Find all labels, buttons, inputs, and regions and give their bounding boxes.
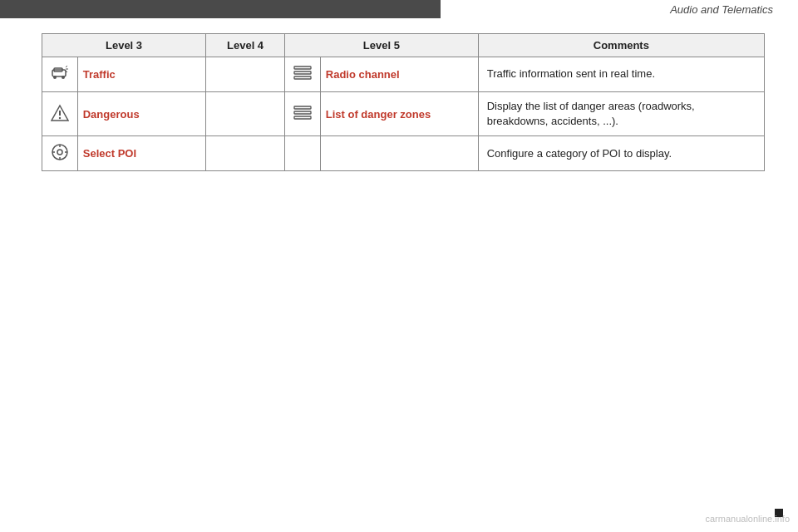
row1-label-level5: Radio channel: [320, 57, 478, 92]
row1-label-level3: Traffic: [77, 57, 205, 92]
row3-level4: [206, 136, 285, 171]
row2-level4: [206, 92, 285, 136]
row2-label-level5: List of danger zones: [320, 92, 478, 136]
row1-icon-level5: [285, 57, 321, 92]
svg-rect-14: [294, 111, 311, 114]
row1-icon-level3: [42, 57, 78, 92]
row3-icon-level3: [42, 136, 78, 171]
row3-comments: Configure a category of POI to display.: [478, 136, 764, 171]
table-row: Traffic Radio channel Traffic informatio…: [42, 57, 765, 92]
row2-icon-level5: [285, 92, 321, 136]
list-icon-2: [293, 106, 312, 121]
watermark: carmanualonline.info: [705, 514, 790, 524]
row1-level4: [206, 57, 285, 92]
svg-rect-15: [294, 116, 311, 119]
row2-icon-level3: [42, 92, 78, 136]
svg-rect-9: [294, 76, 311, 79]
traffic-icon: [51, 64, 69, 82]
row1-comments: Traffic information sent in real time.: [478, 57, 764, 92]
main-table-container: Level 3 Level 4 Level 5 Comments: [42, 33, 765, 171]
row3-label-level3: Select POI: [77, 136, 205, 171]
page-title: Audio and Telematics: [670, 3, 773, 16]
svg-rect-7: [294, 66, 311, 69]
svg-point-2: [53, 76, 57, 79]
svg-point-3: [62, 76, 65, 79]
row3-label-level5: [320, 136, 478, 171]
col-header-level3: Level 3: [42, 34, 206, 57]
col-header-comments: Comments: [478, 34, 764, 57]
col-header-level5: Level 5: [285, 34, 479, 57]
list-icon-1: [293, 66, 312, 81]
svg-point-12: [59, 116, 61, 118]
poi-icon: [51, 143, 69, 161]
danger-icon: [51, 104, 69, 122]
table-row: Select POI Configure a category of POI t…: [42, 136, 765, 171]
svg-rect-13: [294, 106, 311, 109]
feature-table: Level 3 Level 4 Level 5 Comments: [42, 33, 765, 171]
top-bar: [0, 0, 441, 18]
row2-comments: Display the list of danger areas (roadwo…: [478, 92, 764, 136]
col-header-level4: Level 4: [206, 34, 285, 57]
row2-label-level3: Dangerous: [77, 92, 205, 136]
svg-rect-8: [294, 71, 311, 74]
row3-icon-level5: [285, 136, 321, 171]
svg-point-17: [57, 150, 62, 155]
svg-line-4: [66, 66, 67, 67]
table-row: Dangerous List of danger zones Display t…: [42, 92, 765, 136]
